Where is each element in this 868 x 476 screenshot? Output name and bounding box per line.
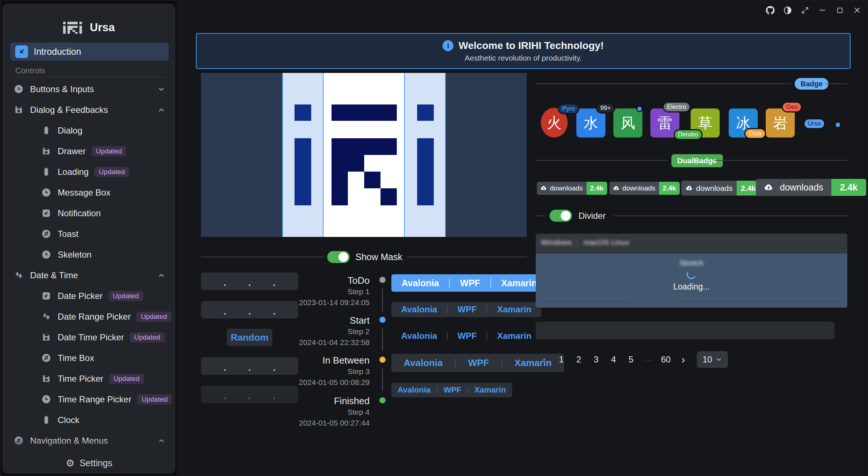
sidebar-item-drawer[interactable]: Drawer Updated: [3, 141, 175, 161]
sidebar-item-toast[interactable]: Toast: [3, 223, 175, 244]
sidebar-group-buttons-inputs[interactable]: Buttons & Inputs: [3, 79, 175, 99]
divider-toggle[interactable]: [550, 210, 572, 222]
ip-separator-dot: [224, 369, 226, 371]
item-label: Toast: [58, 229, 78, 239]
logo-f-row2: [332, 155, 364, 172]
maximize-button[interactable]: [834, 4, 846, 16]
step-sub: Step 2: [283, 326, 370, 337]
pagination-page-2[interactable]: 2: [571, 352, 586, 368]
irihi-logo-mask-demo: [201, 73, 527, 237]
step-label: Finished: [283, 395, 370, 407]
sidebar-group-navigation-menus[interactable]: Navigation & Menus: [3, 430, 175, 451]
dendro-chip: Dendro: [674, 129, 703, 140]
button-group-borderless: Avalonia WPF Xamarin: [391, 328, 541, 344]
logo-f-row4b: [380, 188, 397, 205]
arrow-square-icon: [41, 291, 51, 301]
minimize-button[interactable]: [816, 4, 828, 16]
tab-windows: Windows: [541, 238, 572, 247]
wpf-button[interactable]: WPF: [450, 274, 490, 292]
sidebar-item-date-range-picker[interactable]: Date Range Picker Updated: [3, 306, 175, 327]
sidebar-nav-list: Buttons & Inputs Dialog & Feedbacks Dial…: [3, 79, 175, 456]
logo-left-i-bar: [295, 138, 311, 205]
step-label: ToDo: [283, 275, 370, 286]
pagination-page-3[interactable]: 3: [589, 352, 604, 368]
avalonia-button[interactable]: Avalonia: [391, 383, 437, 397]
sidebar-section-controls: Controls: [15, 66, 45, 75]
titlebar-controls: [764, 4, 863, 16]
pagination-next-button[interactable]: ›: [676, 352, 691, 368]
battery-icon: [41, 167, 51, 177]
logo-top-bar: [332, 104, 397, 121]
sidebar-item-time-range-picker[interactable]: Time Range Picker Updated: [3, 389, 175, 410]
avalonia-button[interactable]: Avalonia: [391, 274, 449, 292]
mask-border-line: [445, 73, 446, 237]
wpf-button[interactable]: WPF: [456, 354, 501, 372]
github-button[interactable]: [764, 4, 776, 16]
sidebar-item-time-box[interactable]: Time Box: [3, 348, 175, 368]
logo-right-i-bar: [417, 138, 434, 205]
sidebar-item-dialog[interactable]: Dialog: [3, 120, 175, 141]
xamarin-button[interactable]: Xamarin: [487, 328, 541, 344]
sidebar-item-message-box[interactable]: Message Box: [3, 182, 175, 203]
logo-left-i-dot: [295, 104, 311, 121]
show-mask-toggle[interactable]: [327, 251, 350, 263]
ip-separator-dot: [224, 398, 226, 399]
music-note-icon: [41, 229, 51, 239]
chevron-up-icon: [157, 271, 165, 279]
sidebar-item-date-picker[interactable]: Date Picker Updated: [3, 286, 175, 306]
page-size-dropdown[interactable]: 10: [697, 351, 728, 368]
sidebar-item-skeleton[interactable]: Skeleton: [3, 244, 175, 265]
group-label: Navigation & Menus: [30, 436, 108, 446]
logo-f-row3b: [364, 172, 380, 188]
badge-char: 雷: [658, 113, 672, 133]
random-button[interactable]: Random: [227, 329, 272, 346]
app-logo: Ursa: [3, 20, 175, 36]
xamarin-button[interactable]: Xamarin: [468, 383, 512, 397]
sidebar-item-loading[interactable]: Loading Updated: [3, 161, 175, 182]
ip-separator-dot: [249, 398, 250, 399]
wpf-button[interactable]: WPF: [437, 383, 468, 397]
close-button[interactable]: [851, 4, 863, 16]
sidebar-item-date-time-picker[interactable]: Date Time Picker Updated: [3, 327, 175, 348]
wpf-button[interactable]: WPF: [448, 328, 486, 344]
chevron-up-icon: [157, 437, 165, 445]
sidebar-group-date-time[interactable]: Date & Time: [3, 265, 175, 286]
expand-icon: [801, 6, 809, 15]
step-sub: Step 3: [283, 366, 370, 377]
avalonia-button[interactable]: Avalonia: [391, 328, 447, 344]
pagination-page-4[interactable]: 4: [606, 352, 621, 368]
sidebar-group-dialog-feedbacks[interactable]: Dialog & Feedbacks: [3, 99, 175, 120]
item-label: Time Picker: [58, 374, 103, 384]
item-label: Skeleton: [58, 250, 91, 260]
group-label: Buttons & Inputs: [30, 84, 94, 94]
step-time: 2023-01-14 09:24:05: [283, 297, 370, 308]
settings-button[interactable]: ⚙ Settings: [3, 453, 175, 473]
avalonia-button[interactable]: Avalonia: [391, 354, 455, 372]
github-icon: [766, 6, 775, 15]
loading-divider-segment: [541, 298, 630, 299]
loading-demo-panel: Windows macOS Linux Stretch Loading...: [536, 234, 847, 308]
pagination-page-5[interactable]: 5: [624, 352, 638, 368]
badge-char: 岩: [773, 113, 787, 133]
app-window: Ursa Introduction Controls Buttons & Inp…: [0, 0, 868, 476]
pagination-page-60[interactable]: 60: [658, 352, 673, 368]
xamarin-button[interactable]: Xamarin: [487, 302, 541, 317]
item-label: Time Range Picker: [58, 394, 131, 405]
wpf-button[interactable]: WPF: [448, 302, 486, 317]
downloads-label: downloads: [550, 184, 583, 192]
ip-separator-dot: [273, 284, 275, 286]
sidebar-item-time-picker[interactable]: Time Picker Updated: [3, 368, 175, 389]
empty-input-bar[interactable]: [536, 322, 834, 339]
avalonia-button[interactable]: Avalonia: [391, 302, 447, 317]
step-sub: Step 4: [283, 407, 370, 418]
sidebar-item-clock[interactable]: Clock: [3, 410, 175, 430]
sidebar-divider: [13, 77, 166, 77]
pagination-page-1[interactable]: 1: [554, 352, 569, 368]
sidebar-item-notification[interactable]: Notification: [3, 203, 175, 223]
sidebar-item-introduction[interactable]: Introduction: [10, 42, 169, 61]
group-label: Dialog & Feedbacks: [30, 105, 108, 115]
trees-icon: [14, 270, 24, 280]
theme-toggle-button[interactable]: [781, 4, 794, 16]
pagination-prev-button[interactable]: ‹: [536, 352, 551, 368]
fullscreen-button[interactable]: [799, 4, 811, 16]
